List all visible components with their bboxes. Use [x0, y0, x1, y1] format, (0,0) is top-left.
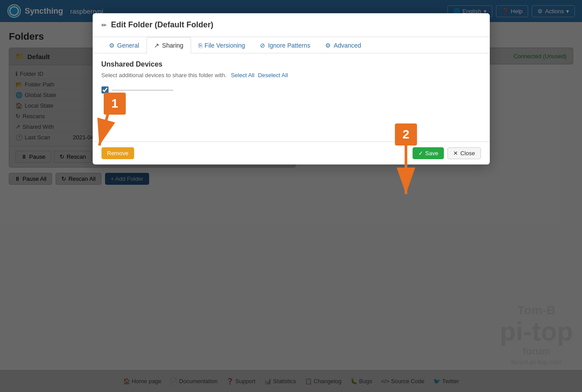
- edit-icon: ✏: [101, 22, 107, 29]
- checkmark-icon: ✓: [418, 150, 423, 157]
- unshared-devices-heading: Unshared Devices: [101, 60, 481, 68]
- tab-general[interactable]: ⚙ General: [101, 37, 147, 53]
- share-icon: ↗: [154, 42, 159, 49]
- filter-icon: ⊘: [260, 42, 265, 49]
- times-icon: ✕: [453, 150, 458, 157]
- close-button[interactable]: ✕ Close: [447, 147, 481, 159]
- save-button[interactable]: ✓ Save: [413, 147, 444, 159]
- tab-file-versioning[interactable]: ⎘ File Versioning: [191, 37, 253, 53]
- modal-backdrop: ✏ Edit Folder (Default Folder) ⚙ General…: [0, 0, 582, 392]
- remove-button[interactable]: Remove: [101, 147, 134, 159]
- versioning-icon: ⎘: [199, 42, 202, 49]
- select-links: Select All Deselect All: [231, 72, 288, 78]
- modal-tabs: ⚙ General ↗ Sharing ⎘ File Versioning ⊘ …: [93, 37, 490, 53]
- tab-ignore-patterns[interactable]: ⊘ Ignore Patterns: [252, 37, 318, 53]
- modal-footer: Remove ✓ Save ✕ Close: [93, 142, 490, 164]
- select-all-link[interactable]: Select All: [231, 72, 254, 78]
- gear-icon: ⚙: [109, 42, 115, 49]
- advanced-gear-icon: ⚙: [325, 42, 331, 49]
- modal-header: ✏ Edit Folder (Default Folder): [93, 13, 490, 37]
- edit-folder-modal: ✏ Edit Folder (Default Folder) ⚙ General…: [93, 13, 490, 164]
- device-checkbox-label: ──────────────: [112, 86, 173, 93]
- modal-body: Unshared Devices Select additional devic…: [93, 53, 490, 142]
- tab-sharing[interactable]: ↗ Sharing: [146, 37, 191, 53]
- device-checkbox-row: ──────────────: [101, 84, 481, 96]
- sharing-description: Select additional devices to share this …: [101, 72, 481, 78]
- device-checkbox[interactable]: [101, 86, 109, 93]
- modal-title: Edit Folder (Default Folder): [111, 20, 214, 30]
- deselect-all-link[interactable]: Deselect All: [258, 72, 288, 78]
- tab-advanced[interactable]: ⚙ Advanced: [318, 37, 368, 53]
